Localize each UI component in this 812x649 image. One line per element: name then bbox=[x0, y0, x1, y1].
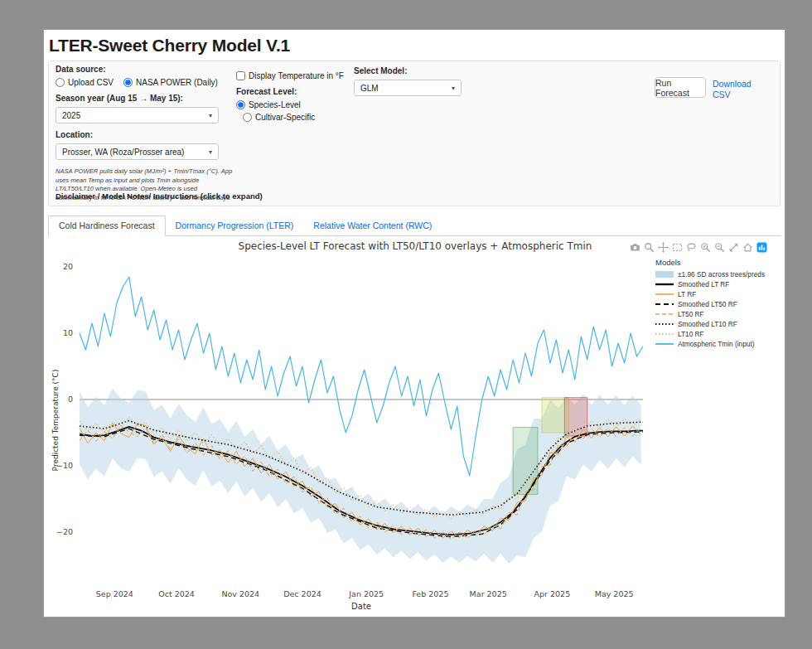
legend-label: Smoothed LT RF bbox=[678, 280, 729, 288]
radio-upload-csv-label: Upload CSV bbox=[68, 78, 114, 87]
download-csv-link[interactable]: Download CSV bbox=[713, 79, 759, 99]
box-select-icon[interactable] bbox=[672, 242, 683, 253]
data-source-radio-group: Upload CSV NASA POWER (Daily) bbox=[56, 78, 236, 87]
fahrenheit-checkbox-label: Display Temperature in °F bbox=[249, 71, 344, 80]
plotly-modebar bbox=[626, 242, 767, 253]
legend-item-lt_rf[interactable]: LT RF bbox=[655, 290, 785, 298]
run-forecast-button[interactable]: Run Forecast bbox=[655, 77, 706, 98]
tab-relative-water-content[interactable]: Relative Water Content (RWC) bbox=[303, 216, 442, 235]
select-model-label: Select Model: bbox=[354, 66, 470, 76]
legend-item-sd_band[interactable]: ±1.96 SD across trees/preds bbox=[655, 270, 785, 278]
reset-axes-icon[interactable] bbox=[742, 242, 753, 253]
radio-nasa-power-input[interactable] bbox=[123, 78, 133, 87]
autoscale-icon[interactable] bbox=[728, 242, 739, 253]
legend-item-lt10_rf[interactable]: LT10 RF bbox=[655, 330, 785, 338]
data-source-label: Data source: bbox=[56, 65, 236, 75]
chevron-down-icon: ▾ bbox=[209, 112, 212, 119]
controls-panel: Data source: Upload CSV NASA POWER (Dail… bbox=[48, 61, 781, 206]
controls-column-data: Data source: Upload CSV NASA POWER (Dail… bbox=[56, 65, 236, 203]
season-year-select[interactable]: 2025 ▾ bbox=[56, 107, 219, 124]
y-tick-label: 0 bbox=[68, 395, 73, 404]
radio-nasa-power[interactable]: NASA POWER (Daily) bbox=[123, 78, 218, 87]
legend-item-lt10_smooth[interactable]: Smoothed LT10 RF bbox=[655, 320, 785, 328]
radio-species-level-label: Species-Level bbox=[249, 100, 301, 109]
controls-column-display: Display Temperature in °F Forecast Level… bbox=[236, 71, 352, 122]
radio-nasa-power-label: NASA POWER (Daily) bbox=[136, 78, 218, 87]
x-tick-label: Oct 2024 bbox=[158, 589, 195, 598]
x-tick-label: Nov 2024 bbox=[221, 589, 259, 598]
legend-label: ±1.96 SD across trees/preds bbox=[678, 270, 765, 278]
radio-cultivar-specific-label: Cultivar-Specific bbox=[255, 113, 315, 122]
legend-swatch-lt10_rf bbox=[655, 330, 674, 338]
x-axis-title: Date bbox=[351, 602, 371, 611]
chevron-down-icon: ▾ bbox=[209, 148, 212, 156]
x-tick-label: May 2025 bbox=[595, 589, 634, 598]
controls-column-model: Select Model: GLM ▾ bbox=[354, 66, 470, 96]
legend-item-tmin[interactable]: Atmospheric Tmin (input) bbox=[655, 340, 785, 348]
radio-upload-csv[interactable]: Upload CSV bbox=[56, 78, 114, 87]
y-axis-title: Predicted Temperature (°C) bbox=[51, 370, 60, 472]
legend-swatch-lt50_smooth bbox=[655, 300, 674, 308]
legend-label: LT50 RF bbox=[678, 310, 704, 318]
y-tick-label: −20 bbox=[56, 527, 73, 536]
legend-label: LT RF bbox=[678, 290, 696, 298]
legend-swatch-lt50_rf bbox=[655, 310, 674, 318]
location-select[interactable]: Prosser, WA (Roza/Prosser area) ▾ bbox=[56, 143, 219, 160]
plotly-logo-icon[interactable] bbox=[756, 242, 767, 253]
model-select[interactable]: GLM ▾ bbox=[354, 80, 462, 96]
model-value: GLM bbox=[360, 84, 379, 93]
x-tick-label: Mar 2025 bbox=[470, 589, 507, 598]
radio-species-level-input[interactable] bbox=[236, 100, 245, 109]
x-tick-label: Jan 2025 bbox=[348, 589, 384, 598]
lasso-icon[interactable] bbox=[686, 242, 697, 253]
chart-container: 20100−10−20Sep 2024Oct 2024Nov 2024Dec 2… bbox=[48, 238, 781, 618]
legend-swatch-tmin bbox=[655, 340, 674, 348]
location-value: Prosser, WA (Roza/Prosser area) bbox=[62, 148, 184, 157]
tab-bar: Cold Hardiness Forecast Dormancy Progres… bbox=[48, 214, 781, 236]
desktop-background: LTER-Sweet Cherry Model V.1 Data source:… bbox=[0, 0, 812, 649]
x-tick-label: Feb 2025 bbox=[412, 589, 448, 598]
y-tick-label: 10 bbox=[63, 328, 73, 337]
y-tick-label: 20 bbox=[63, 262, 73, 271]
radio-cultivar-specific-input[interactable] bbox=[243, 113, 252, 122]
legend-item-lt50_rf[interactable]: LT50 RF bbox=[655, 310, 785, 318]
disclaimer-expander[interactable]: Disclaimer / Model Notes/ Instructions (… bbox=[56, 191, 263, 201]
legend-swatch-lt_rf bbox=[655, 290, 674, 298]
legend-item-lt_smooth[interactable]: Smoothed LT RF bbox=[655, 280, 785, 288]
chart-legend: Models ±1.96 SD across trees/predsSmooth… bbox=[655, 258, 785, 350]
zoom-out-icon[interactable] bbox=[714, 242, 725, 253]
season-year-label: Season year (Aug 15 → May 15): bbox=[56, 94, 236, 104]
zoom-icon[interactable] bbox=[644, 242, 655, 253]
page-title: LTER-Sweet Cherry Model V.1 bbox=[49, 36, 785, 56]
legend-label: Atmospheric Tmin (input) bbox=[678, 340, 755, 348]
fahrenheit-checkbox-input[interactable] bbox=[236, 71, 245, 80]
location-label: Location: bbox=[56, 130, 236, 140]
legend-item-lt50_smooth[interactable]: Smoothed LT50 RF bbox=[655, 300, 785, 308]
legend-swatch-lt10_smooth bbox=[655, 320, 674, 328]
chart-title: Species-Level LT Forecast with LT50/LT10… bbox=[239, 240, 592, 252]
x-tick-label: Sep 2024 bbox=[96, 589, 133, 598]
chevron-down-icon: ▾ bbox=[452, 85, 455, 92]
legend-swatch-lt_smooth bbox=[655, 280, 674, 288]
radio-species-level[interactable]: Species-Level bbox=[236, 100, 352, 109]
pan-icon[interactable] bbox=[658, 242, 669, 253]
radio-upload-csv-input[interactable] bbox=[56, 78, 65, 87]
forecast-level-label: Forecast Level: bbox=[236, 87, 352, 97]
legend-items: ±1.96 SD across trees/predsSmoothed LT R… bbox=[655, 270, 785, 348]
tab-dormancy-progression[interactable]: Dormancy Progression (LTER) bbox=[166, 216, 304, 235]
legend-title: Models bbox=[655, 258, 785, 267]
camera-icon[interactable] bbox=[630, 242, 640, 253]
legend-label: Smoothed LT10 RF bbox=[678, 320, 737, 328]
radio-cultivar-specific[interactable]: Cultivar-Specific bbox=[243, 113, 352, 122]
legend-swatch-sd_band bbox=[655, 270, 674, 278]
season-year-value: 2025 bbox=[62, 111, 80, 120]
fahrenheit-checkbox[interactable]: Display Temperature in °F bbox=[236, 71, 352, 80]
tab-cold-hardiness-forecast[interactable]: Cold Hardiness Forecast bbox=[48, 216, 166, 236]
x-tick-label: Dec 2024 bbox=[283, 589, 321, 598]
legend-label: Smoothed LT50 RF bbox=[678, 300, 737, 308]
zoom-in-icon[interactable] bbox=[700, 242, 711, 253]
x-tick-label: Apr 2025 bbox=[534, 589, 571, 598]
legend-label: LT10 RF bbox=[678, 330, 704, 338]
app-window: LTER-Sweet Cherry Model V.1 Data source:… bbox=[43, 29, 785, 618]
